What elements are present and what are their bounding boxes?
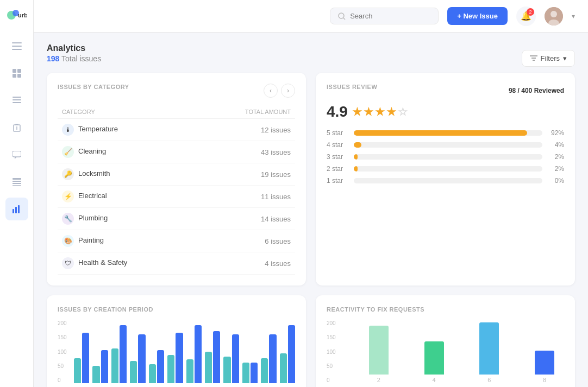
notif-badge: 2: [527, 8, 534, 16]
category-icon: 🔑: [62, 168, 74, 180]
react-bar: [535, 351, 554, 375]
rating-row: 2 star 2%: [327, 165, 564, 173]
bar-group: [111, 325, 127, 383]
search-box[interactable]: [330, 8, 439, 24]
sidebar-item-dashboard[interactable]: [5, 62, 28, 85]
issues-by-period-card: ISSUES BY CREATION PERIOD 200150100500: [47, 295, 306, 387]
svg-rect-22: [15, 207, 17, 213]
bar-this-year: [176, 333, 183, 383]
category-icon: 🧹: [62, 146, 74, 158]
page-title: Analytics: [47, 43, 101, 53]
issues-by-category-card: ISSUES BY CATEGORY ‹ › CATEGORY TOTAL AM…: [47, 73, 306, 286]
y-label: 200: [327, 320, 336, 326]
rating-label: 1 star: [327, 177, 348, 185]
react-bar-group: 2: [359, 326, 398, 383]
svg-rect-12: [12, 102, 21, 103]
bar-group: [149, 350, 164, 383]
star-4: ★: [386, 105, 396, 118]
sidebar-item-table[interactable]: [5, 170, 28, 193]
y-label: 200: [58, 320, 67, 326]
bar-last-year: [261, 358, 268, 383]
avatar-chevron-icon[interactable]: ▾: [572, 12, 575, 20]
y-label: 150: [327, 334, 336, 340]
col-total: TOTAL AMOUNT: [195, 105, 295, 119]
bar-this-year: [82, 333, 89, 383]
main-area: + New Issue 🔔 2 ▾ Analytics 198 Total is…: [34, 0, 588, 387]
bar-last-year: [111, 348, 118, 383]
svg-rect-4: [12, 46, 22, 47]
react-bar: [424, 341, 444, 375]
svg-rect-3: [12, 42, 22, 43]
review-score: 4.9 ★★★★☆: [327, 103, 564, 120]
y-label: 50: [327, 363, 336, 369]
sidebar-item-menu[interactable]: [5, 35, 28, 58]
sidebar-item-analytics[interactable]: [5, 198, 28, 220]
rating-label: 3 star: [327, 153, 348, 161]
category-icon: 🛡: [62, 257, 74, 269]
react-x-label: 6: [487, 377, 491, 383]
category-icon: 🎨: [62, 235, 74, 247]
bar-last-year: [167, 355, 174, 383]
category-name: 🛡Health & Safety: [58, 252, 195, 275]
page-title-group: Analytics 198 Total issues: [47, 43, 101, 63]
star-1: ★: [352, 105, 362, 118]
table-row: 🛡Health & Safety 4 issues: [58, 252, 295, 275]
rating-bar-fill: [354, 166, 358, 172]
filters-button[interactable]: Filters ▾: [522, 50, 575, 67]
reactivity-card: REACTIVITY TO FIX REQUESTS 200150100500 …: [316, 295, 575, 387]
review-card-title: ISSUES REVIEW: [327, 84, 377, 90]
svg-rect-23: [18, 205, 20, 213]
category-card-header: ISSUES BY CATEGORY ‹ ›: [58, 84, 295, 98]
react-bar-group: 8: [525, 351, 564, 383]
bar-group: [186, 325, 202, 383]
bar-last-year: [74, 358, 81, 383]
star-2: ★: [364, 105, 373, 118]
category-next-button[interactable]: ›: [281, 84, 295, 98]
svg-rect-18: [12, 181, 21, 182]
svg-rect-7: [17, 69, 21, 73]
bar-last-year: [186, 359, 193, 383]
table-row: 🧹Cleaning 43 issues: [58, 141, 295, 163]
header: + New Issue 🔔 2 ▾: [34, 0, 588, 33]
category-count: 11 issues: [195, 186, 295, 208]
rating-row: 5 star 92%: [327, 129, 564, 137]
sidebar-item-trash[interactable]: [5, 116, 28, 139]
rating-bar-fill: [354, 130, 527, 136]
new-issue-button[interactable]: + New Issue: [447, 7, 508, 25]
bar-group: [205, 331, 220, 383]
category-icon: ⚡: [62, 191, 74, 202]
rating-pct: 92%: [548, 129, 564, 137]
review-total: 98 / 400 Reviewed: [509, 87, 564, 94]
star-3: ★: [375, 105, 385, 118]
rating-bar-bg: [354, 166, 542, 172]
category-count: 43 issues: [195, 141, 295, 163]
search-input[interactable]: [350, 12, 415, 20]
period-chart: 200150100500: [58, 320, 295, 387]
page-subtitle: 198 Total issues: [47, 54, 101, 63]
y-label: 0: [58, 377, 67, 383]
rating-row: 3 star 2%: [327, 153, 564, 161]
filter-icon: [530, 55, 537, 61]
svg-rect-21: [12, 209, 14, 213]
notifications-button[interactable]: 🔔 2: [516, 7, 536, 26]
avatar[interactable]: [545, 7, 563, 26]
category-icon: 🔧: [62, 213, 74, 225]
reactivity-card-title: REACTIVITY TO FIX REQUESTS: [327, 306, 564, 313]
category-prev-button[interactable]: ‹: [264, 84, 278, 98]
rating-label: 2 star: [327, 165, 348, 173]
category-nav: ‹ ›: [264, 84, 295, 98]
rating-row: 1 star 0%: [327, 177, 564, 185]
category-count: 4 issues: [195, 252, 295, 275]
svg-rect-6: [12, 69, 16, 73]
svg-rect-20: [12, 185, 21, 186]
y-label: 50: [58, 363, 67, 369]
rating-bar-bg: [354, 130, 542, 136]
rating-bar-fill: [354, 142, 361, 148]
sidebar-item-list[interactable]: [5, 89, 28, 112]
bar-last-year: [130, 361, 137, 383]
bar-this-year: [232, 334, 239, 383]
bar-group: [74, 333, 89, 383]
bar-last-year: [223, 357, 230, 383]
table-row: 🔧Plumbing 14 issues: [58, 208, 295, 230]
sidebar-item-chat[interactable]: [5, 143, 28, 166]
